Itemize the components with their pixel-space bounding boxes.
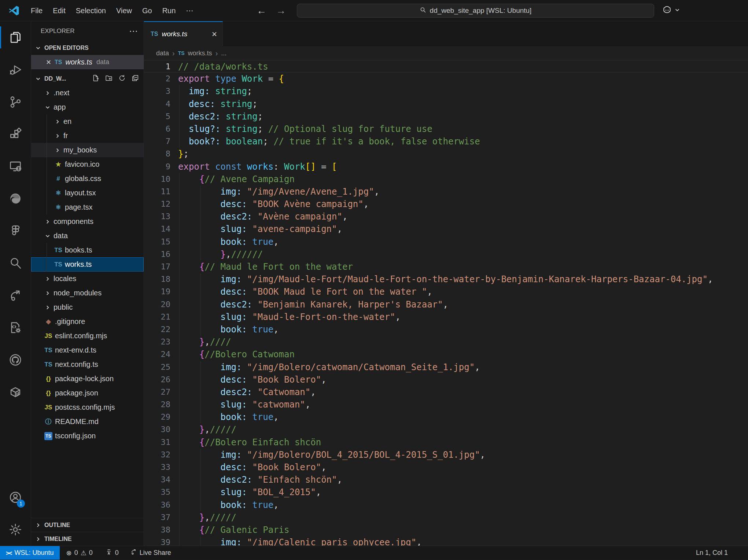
cursor-position[interactable]: Ln 1, Col 1 bbox=[696, 549, 728, 557]
tree-folder-app[interactable]: app bbox=[31, 100, 144, 114]
code-line-29[interactable]: 29 book: true, bbox=[144, 411, 748, 423]
ports-status[interactable]: 0 bbox=[102, 546, 122, 560]
run-debug-icon[interactable] bbox=[0, 54, 31, 86]
new-folder-icon[interactable] bbox=[105, 74, 113, 84]
tree-folder-fr[interactable]: fr bbox=[31, 129, 144, 143]
code-line-5[interactable]: 5 desc2: string; bbox=[144, 110, 748, 123]
live-share-status[interactable]: Live Share bbox=[126, 546, 175, 560]
code-line-27[interactable]: 27 desc2: "Catwoman", bbox=[144, 386, 748, 398]
refresh-icon[interactable] bbox=[118, 74, 126, 84]
code-line-17[interactable]: 17 {// Maud le Fort on the water bbox=[144, 261, 748, 273]
code-line-26[interactable]: 26 desc: "Book Bolero", bbox=[144, 373, 748, 386]
code-line-28[interactable]: 28 slug: "catwoman", bbox=[144, 398, 748, 411]
menu-file[interactable]: File bbox=[26, 0, 48, 21]
tree-file-works-ts[interactable]: TSworks.ts bbox=[31, 257, 144, 272]
nav-forward-icon[interactable]: → bbox=[276, 5, 286, 16]
code-line-4[interactable]: 4 desc: string; bbox=[144, 98, 748, 110]
extensions-icon[interactable] bbox=[0, 118, 31, 150]
live-share-icon[interactable] bbox=[0, 279, 31, 312]
figma-icon[interactable] bbox=[0, 215, 31, 247]
tree-folder-en[interactable]: en bbox=[31, 114, 144, 129]
code-editor[interactable]: 1// /data/works.ts2export type Work = {3… bbox=[144, 60, 748, 546]
code-line-36[interactable]: 36 book: true, bbox=[144, 499, 748, 511]
open-editors-header[interactable]: OPEN EDITORS bbox=[31, 41, 144, 55]
tree-file-next-config-ts[interactable]: TSnext.config.ts bbox=[31, 357, 144, 372]
tree-file-eslint-config-mjs[interactable]: JSeslint.config.mjs bbox=[31, 329, 144, 343]
tree-file-books-ts[interactable]: TSbooks.ts bbox=[31, 243, 144, 257]
edge-devtools-icon[interactable] bbox=[0, 183, 31, 215]
code-line-21[interactable]: 21 slug: "Maud-le-Fort-on-the-water", bbox=[144, 311, 748, 323]
tree-file-readme-md[interactable]: ⓘREADME.md bbox=[31, 415, 144, 429]
code-line-20[interactable]: 20 desc2: "Benjamin Kanarek, Harper's Ba… bbox=[144, 298, 748, 311]
code-line-31[interactable]: 31 {//Bolero Einfach shcön bbox=[144, 436, 748, 449]
copilot-chevron-icon[interactable] bbox=[674, 7, 680, 14]
collapse-all-icon[interactable] bbox=[131, 74, 139, 84]
nav-back-icon[interactable]: ← bbox=[257, 5, 266, 16]
code-line-38[interactable]: 38 {// Galenic Paris bbox=[144, 524, 748, 536]
breadcrumb-folder[interactable]: data bbox=[156, 49, 169, 57]
tree-folder-my-books[interactable]: my_books bbox=[31, 143, 144, 157]
remote-explorer-icon[interactable] bbox=[0, 150, 31, 183]
tree-folder-components[interactable]: components bbox=[31, 214, 144, 229]
code-line-1[interactable]: 1// /data/works.ts bbox=[144, 60, 748, 73]
code-line-30[interactable]: 30 },///// bbox=[144, 423, 748, 436]
code-line-33[interactable]: 33 desc: "Book Bolero", bbox=[144, 461, 748, 474]
tree-file-favicon-ico[interactable]: ★favicon.ico bbox=[31, 157, 144, 172]
code-line-8[interactable]: 8}; bbox=[144, 148, 748, 160]
tab-works-ts[interactable]: TS works.ts ✕ bbox=[144, 21, 223, 46]
code-line-9[interactable]: 9export const works: Work[] = [ bbox=[144, 161, 748, 173]
open-editor-item-works-ts[interactable]: ✕ TS works.ts data bbox=[31, 55, 144, 69]
code-line-32[interactable]: 32 img: "/img/Bolero/BOL_4_2015/BOL_4-20… bbox=[144, 449, 748, 461]
github-icon[interactable] bbox=[0, 344, 31, 376]
tree-file-globals-css[interactable]: #globals.css bbox=[31, 172, 144, 186]
problems-status[interactable]: ⊗ 0 ⚠ 0 bbox=[63, 546, 96, 560]
breadcrumb-symbol[interactable]: ... bbox=[221, 49, 226, 57]
command-center-search[interactable]: dd_web_site_app [WSL: Ubuntu] bbox=[297, 4, 654, 18]
tree-folder-locales[interactable]: locales bbox=[31, 272, 144, 286]
source-control-icon[interactable] bbox=[0, 86, 31, 118]
code-line-12[interactable]: 12 desc: "BOOK Avène campaign", bbox=[144, 198, 748, 210]
project-root-header[interactable]: DD_W... bbox=[31, 72, 144, 86]
code-line-34[interactable]: 34 desc2: "Einfach shcön", bbox=[144, 474, 748, 486]
timeline-panel-header[interactable]: TIMELINE bbox=[31, 532, 144, 546]
tree-file-tsconfig-json[interactable]: TStsconfig.json bbox=[31, 429, 144, 443]
menu-selection[interactable]: Selection bbox=[71, 0, 111, 21]
outline-panel-header[interactable]: OUTLINE bbox=[31, 518, 144, 532]
code-line-24[interactable]: 24 {//Bolero Catwoman bbox=[144, 348, 748, 361]
code-line-15[interactable]: 15 book: true, bbox=[144, 236, 748, 248]
code-line-39[interactable]: 39 img: "/img/Calenic_paris_ophycee.jpg"… bbox=[144, 536, 748, 546]
code-line-3[interactable]: 3 img: string; bbox=[144, 85, 748, 97]
explorer-more-actions-icon[interactable]: ⋯ bbox=[129, 26, 139, 36]
tree-file-page-tsx[interactable]: ⚛page.tsx bbox=[31, 200, 144, 214]
code-line-16[interactable]: 16 },////// bbox=[144, 248, 748, 261]
code-line-11[interactable]: 11 img: "/img/Avene/Avene_1.jpg", bbox=[144, 185, 748, 198]
code-line-37[interactable]: 37 },///// bbox=[144, 511, 748, 524]
code-line-35[interactable]: 35 slug: "BOL_4_2015", bbox=[144, 486, 748, 498]
explorer-icon[interactable] bbox=[0, 21, 31, 54]
copilot-icon[interactable] bbox=[662, 5, 672, 16]
tree-file-layout-tsx[interactable]: ⚛layout.tsx bbox=[31, 186, 144, 200]
code-line-25[interactable]: 25 img: "/img/Bolero/catwoman/Catwoman_S… bbox=[144, 361, 748, 373]
code-line-23[interactable]: 23 },//// bbox=[144, 336, 748, 348]
code-line-13[interactable]: 13 desc2: "Avène campaign", bbox=[144, 210, 748, 223]
tab-close-icon[interactable]: ✕ bbox=[211, 30, 217, 38]
tree-file--gitignore[interactable]: ◆.gitignore bbox=[31, 314, 144, 329]
menu-edit[interactable]: Edit bbox=[48, 0, 70, 21]
settings-icon[interactable] bbox=[0, 513, 31, 546]
tree-folder-node-modules[interactable]: node_modules bbox=[31, 286, 144, 300]
breadcrumb-file[interactable]: works.ts bbox=[188, 49, 212, 57]
menu-view[interactable]: View bbox=[111, 0, 137, 21]
tree-file-package-lock-json[interactable]: {}package-lock.json bbox=[31, 372, 144, 386]
code-line-19[interactable]: 19 desc: "BOOK Maud le Fort on the water… bbox=[144, 285, 748, 298]
new-file-icon[interactable] bbox=[92, 74, 100, 84]
code-line-22[interactable]: 22 book: true, bbox=[144, 323, 748, 336]
code-line-7[interactable]: 7 book?: boolean; // true if it's a book… bbox=[144, 135, 748, 148]
search-icon[interactable] bbox=[0, 247, 31, 279]
code-line-6[interactable]: 6 slug?: string; // Optional slug for fu… bbox=[144, 123, 748, 135]
code-line-18[interactable]: 18 img: "/img/Maud-le-Fort/Maud-le-Fort-… bbox=[144, 273, 748, 285]
menu-go[interactable]: Go bbox=[137, 0, 157, 21]
tree-file-next-env-d-ts[interactable]: TSnext-env.d.ts bbox=[31, 343, 144, 357]
menu-run[interactable]: Run bbox=[157, 0, 181, 21]
container-icon[interactable] bbox=[0, 376, 31, 408]
code-line-14[interactable]: 14 slug: "avene-campaign", bbox=[144, 223, 748, 235]
